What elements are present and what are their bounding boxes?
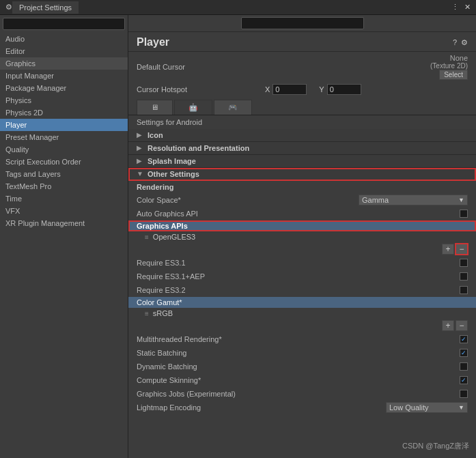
sidebar-item-label: Script Execution Order	[5, 158, 81, 166]
drag-handle-icon: ≡	[145, 310, 149, 317]
static-batching-row: Static Batching	[128, 346, 476, 360]
graphics-api-add-button[interactable]: +	[442, 244, 454, 255]
require-es32-label: Require ES3.2	[137, 286, 460, 294]
sidebar-item-audio[interactable]: Audio	[0, 33, 128, 45]
srgb-label: sRGB	[153, 309, 173, 317]
chevron-right-icon: ▶	[137, 131, 145, 139]
sidebar-item-graphics[interactable]: Graphics	[0, 57, 128, 70]
console-icon: 🎮	[228, 103, 238, 111]
sidebar-item-label: Physics	[5, 96, 31, 104]
sidebar-item-vfx[interactable]: VFX	[0, 205, 128, 217]
dropdown-arrow-icon: ▼	[458, 197, 464, 203]
opengl-es3-row: ≡ OpenGLES3	[128, 231, 476, 242]
sidebar-item-tags[interactable]: Tags and Layers	[0, 168, 128, 180]
require-es31-row: Require ES3.1	[128, 256, 476, 270]
content-search-bar	[128, 15, 476, 32]
sidebar-item-editor[interactable]: Editor	[0, 45, 128, 57]
sidebar-item-input-manager[interactable]: Input Manager	[0, 70, 128, 82]
title-tab[interactable]: Project Settings	[12, 1, 79, 14]
gear-icon[interactable]: ⚙	[461, 38, 468, 47]
sidebar-item-label: Graphics	[5, 59, 36, 68]
select-cursor-button[interactable]: Select	[439, 70, 468, 80]
sidebar-item-label: Editor	[5, 47, 25, 55]
graphics-apis-label: Graphics APIs	[137, 222, 188, 230]
tab-standalone[interactable]: 🖥	[137, 100, 173, 115]
sidebar-item-label: VFX	[5, 207, 20, 215]
auto-graphics-checkbox[interactable]	[460, 210, 468, 218]
require-es32-row: Require ES3.2	[128, 283, 476, 297]
require-es31aep-checkbox[interactable]	[460, 272, 468, 281]
icon-section-header[interactable]: ▶ Icon	[128, 129, 476, 142]
tab-android[interactable]: 🤖	[174, 100, 212, 115]
multithreaded-checkbox[interactable]	[460, 335, 468, 343]
android-icon: 🤖	[188, 103, 198, 111]
drag-handle-icon: ≡	[145, 233, 149, 241]
require-es31-label: Require ES3.1	[137, 259, 460, 267]
tab-label: Project Settings	[19, 3, 72, 12]
main-layout: Audio Editor Graphics Input Manager Pack…	[0, 15, 476, 458]
graphics-jobs-checkbox[interactable]	[460, 390, 468, 398]
sidebar-item-physics[interactable]: Physics	[0, 94, 128, 106]
color-space-dropdown[interactable]: Gamma ▼	[359, 195, 468, 205]
splash-section-header[interactable]: ▶ Splash Image	[128, 155, 476, 168]
sidebar-item-quality[interactable]: Quality	[0, 143, 128, 156]
graphics-api-remove-button[interactable]: −	[456, 244, 468, 255]
dynamic-batching-checkbox[interactable]	[460, 362, 468, 371]
sidebar-item-package-manager[interactable]: Package Manager	[0, 82, 128, 94]
help-icon[interactable]: ?	[453, 38, 457, 47]
chevron-right-icon: ▶	[137, 144, 145, 152]
sidebar-item-label: Tags and Layers	[5, 170, 61, 178]
require-es31aep-row: Require ES3.1+AEP	[128, 270, 476, 283]
srgb-row: ≡ sRGB	[128, 308, 476, 319]
sidebar-item-preset-manager[interactable]: Preset Manager	[0, 131, 128, 143]
require-es31aep-label: Require ES3.1+AEP	[137, 272, 460, 281]
header-icons: ? ⚙	[453, 38, 468, 47]
require-es32-checkbox[interactable]	[460, 286, 468, 294]
sidebar: Audio Editor Graphics Input Manager Pack…	[0, 15, 128, 458]
compute-skinning-checkbox[interactable]	[460, 376, 468, 384]
graphics-api-add-remove-row: + −	[128, 242, 476, 256]
color-gamut-remove-button[interactable]: −	[456, 320, 468, 331]
kebab-icon[interactable]: ⋮	[451, 3, 459, 12]
compute-skinning-label: Compute Skinning*	[137, 376, 460, 384]
auto-graphics-api-row: Auto Graphics API	[128, 207, 476, 220]
sidebar-item-textmesh[interactable]: TextMesh Pro	[0, 180, 128, 192]
icon-section-title: Icon	[148, 131, 163, 139]
lightmap-value: Low Quality	[389, 403, 428, 412]
sidebar-item-player[interactable]: Player	[0, 119, 128, 131]
sidebar-item-physics2d[interactable]: Physics 2D	[0, 106, 128, 119]
close-icon[interactable]: ✕	[464, 3, 471, 12]
sidebar-search-input[interactable]	[3, 18, 125, 30]
title-bar: ⚙ Project Settings ⋮ ✕	[0, 0, 476, 15]
sidebar-item-script-execution[interactable]: Script Execution Order	[0, 156, 128, 168]
require-es31-checkbox[interactable]	[460, 259, 468, 267]
sidebar-item-label: Physics 2D	[5, 109, 43, 117]
default-cursor-label: Default Cursor	[137, 63, 260, 71]
compute-skinning-row: Compute Skinning*	[128, 373, 476, 387]
watermark: CSDN @TangZ唐泽	[402, 441, 469, 451]
content-search-input[interactable]	[241, 17, 364, 29]
sidebar-item-xr[interactable]: XR Plugin Management	[0, 217, 128, 229]
tab-console[interactable]: 🎮	[214, 100, 252, 115]
x-value-input[interactable]	[272, 84, 307, 95]
multithreaded-row: Multithreaded Rendering*	[128, 332, 476, 346]
y-label: Y	[319, 85, 324, 94]
y-coord-field: Y	[319, 84, 361, 95]
static-batching-checkbox[interactable]	[460, 349, 468, 357]
color-gamut-add-button[interactable]: +	[442, 320, 454, 331]
sidebar-item-label: Quality	[5, 145, 29, 154]
lightmap-dropdown[interactable]: Low Quality ▼	[386, 402, 468, 413]
y-value-input[interactable]	[327, 84, 361, 95]
cursor-value-none: None	[450, 54, 468, 62]
sidebar-item-time[interactable]: Time	[0, 192, 128, 205]
settings-for-label: Settings for Android	[128, 115, 476, 129]
sidebar-item-label: Time	[5, 195, 22, 203]
x-coord-field: X	[265, 84, 307, 95]
graphics-jobs-label: Graphics Jobs (Experimental)	[137, 390, 460, 398]
sidebar-item-label: Player	[5, 121, 27, 129]
color-space-label: Color Space*	[137, 196, 359, 204]
resolution-section-title: Resolution and Presentation	[148, 144, 249, 152]
other-settings-section-header[interactable]: ▼ Other Settings	[128, 168, 476, 181]
rendering-label: Rendering	[128, 181, 476, 193]
resolution-section-header[interactable]: ▶ Resolution and Presentation	[128, 142, 476, 155]
